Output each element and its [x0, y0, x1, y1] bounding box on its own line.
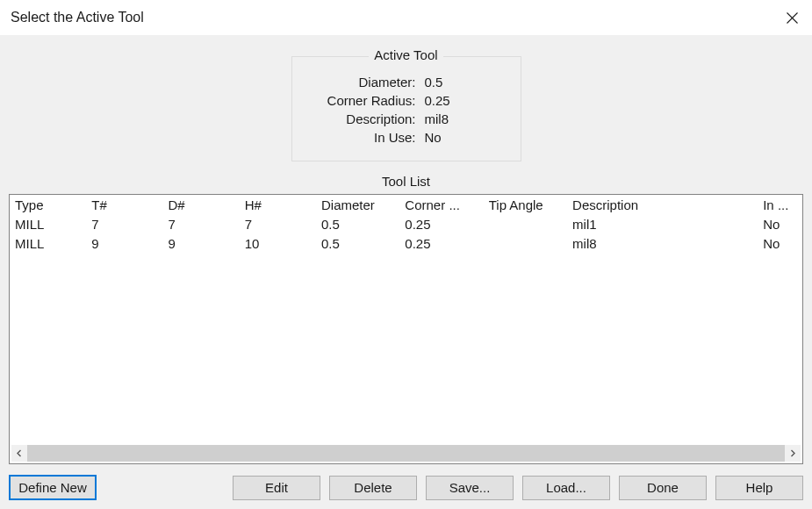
col-tip-angle[interactable]: Tip Angle	[484, 195, 567, 214]
button-row: Define New Edit Delete Save... Load... D…	[9, 475, 803, 500]
cell-tip-angle	[484, 233, 567, 253]
value-diameter: 0.5	[425, 75, 507, 90]
cell-diameter: 0.5	[316, 233, 399, 253]
client-area: Active Tool Diameter: 0.5 Corner Radius:…	[0, 35, 812, 509]
dialog-window: Select the Active Tool Active Tool Diame…	[0, 0, 812, 509]
window-title: Select the Active Tool	[11, 10, 772, 25]
cell-in-use: No	[758, 214, 802, 233]
col-in-use[interactable]: In ...	[758, 195, 802, 214]
scroll-left-arrow-icon[interactable]	[11, 445, 27, 462]
col-type[interactable]: Type	[10, 195, 86, 214]
col-t-no[interactable]: T#	[86, 195, 162, 214]
cell-diameter: 0.5	[316, 214, 399, 233]
cell-tip-angle	[484, 214, 567, 233]
scroll-right-arrow-icon[interactable]	[785, 445, 801, 462]
col-corner[interactable]: Corner ...	[399, 195, 483, 214]
cell-d-no: 7	[163, 214, 240, 233]
close-button[interactable]	[772, 0, 812, 35]
label-corner-radius: Corner Radius:	[306, 93, 425, 108]
table-header-row: Type T# D# H# Diameter Corner ... Tip An…	[10, 195, 802, 214]
cell-h-no: 7	[240, 214, 316, 233]
tool-list-heading: Tool List	[9, 174, 803, 189]
titlebar: Select the Active Tool	[0, 0, 812, 35]
chevron-right-icon	[789, 449, 796, 457]
close-icon	[787, 12, 798, 24]
value-corner-radius: 0.25	[425, 93, 507, 108]
define-new-button[interactable]: Define New	[9, 475, 97, 500]
cell-description: mil8	[567, 233, 758, 253]
cell-corner: 0.25	[399, 233, 483, 253]
active-tool-row-corner-radius: Corner Radius: 0.25	[306, 93, 507, 108]
table-row[interactable]: MILL 9 9 10 0.5 0.25 mil8 No	[10, 233, 802, 253]
done-button[interactable]: Done	[619, 476, 707, 500]
value-in-use: No	[425, 130, 507, 145]
label-in-use: In Use:	[306, 130, 425, 145]
cell-in-use: No	[758, 233, 802, 253]
active-tool-group: Active Tool Diameter: 0.5 Corner Radius:…	[291, 56, 521, 161]
active-tool-legend: Active Tool	[292, 47, 521, 62]
tool-list-table: Type T# D# H# Diameter Corner ... Tip An…	[10, 195, 802, 253]
cell-t-no: 9	[86, 233, 162, 253]
chevron-left-icon	[16, 449, 23, 457]
horizontal-scrollbar[interactable]	[11, 445, 801, 462]
active-tool-row-in-use: In Use: No	[306, 130, 507, 145]
scrollbar-track[interactable]	[27, 445, 785, 462]
active-tool-legend-text: Active Tool	[369, 47, 442, 62]
load-button[interactable]: Load...	[522, 476, 610, 500]
cell-description: mil1	[567, 214, 758, 233]
cell-type: MILL	[10, 233, 86, 253]
tool-list-box: Type T# D# H# Diameter Corner ... Tip An…	[9, 194, 803, 464]
col-diameter[interactable]: Diameter	[316, 195, 399, 214]
col-description[interactable]: Description	[567, 195, 758, 214]
save-button[interactable]: Save...	[426, 476, 514, 500]
label-diameter: Diameter:	[306, 75, 425, 90]
active-tool-row-diameter: Diameter: 0.5	[306, 75, 507, 90]
cell-t-no: 7	[86, 214, 162, 233]
col-h-no[interactable]: H#	[240, 195, 316, 214]
edit-button[interactable]: Edit	[233, 476, 320, 500]
value-description: mil8	[425, 111, 507, 126]
delete-button[interactable]: Delete	[329, 476, 417, 500]
table-row[interactable]: MILL 7 7 7 0.5 0.25 mil1 No	[10, 214, 802, 233]
col-d-no[interactable]: D#	[163, 195, 240, 214]
label-description: Description:	[306, 111, 425, 126]
tool-list-grid[interactable]: Type T# D# H# Diameter Corner ... Tip An…	[10, 195, 802, 443]
cell-corner: 0.25	[399, 214, 483, 233]
active-tool-row-description: Description: mil8	[306, 111, 507, 126]
cell-d-no: 9	[163, 233, 240, 253]
help-button[interactable]: Help	[715, 476, 803, 500]
cell-h-no: 10	[240, 233, 316, 253]
cell-type: MILL	[10, 214, 86, 233]
